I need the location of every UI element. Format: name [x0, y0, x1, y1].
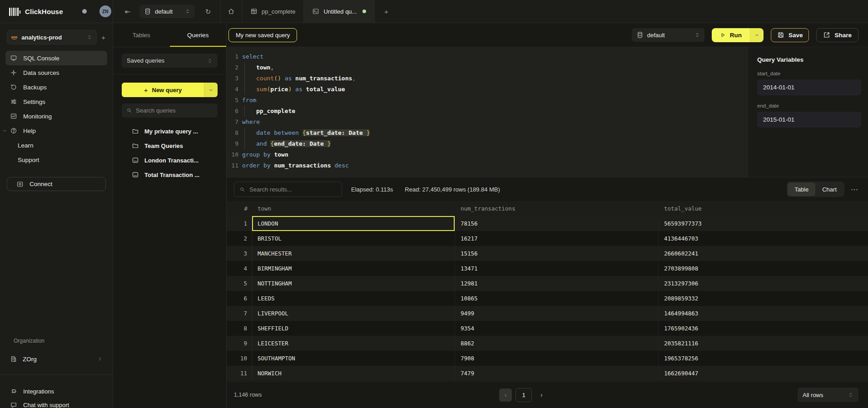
run-options-caret[interactable] [750, 28, 764, 42]
saved-query-item[interactable]: My private query ... [113, 124, 226, 138]
cell-num_transactions[interactable]: 7479 [455, 366, 659, 381]
cell-num_transactions[interactable]: 12981 [455, 276, 659, 291]
tab-pp-complete[interactable]: pp_complete [242, 0, 304, 23]
sidebar-footer: IntegrationsChat with supportAll systems… [5, 384, 107, 408]
cell-total_value[interactable]: 4136446703 [659, 231, 868, 246]
cell-town[interactable]: BIRMINGHAM [252, 261, 455, 276]
cell-num_transactions[interactable]: 8862 [455, 336, 659, 351]
home-icon[interactable] [221, 0, 242, 23]
monitor-icon [10, 54, 17, 62]
cell-total_value[interactable]: 56593977373 [659, 216, 868, 231]
cell-total_value[interactable]: 2703899808 [659, 261, 868, 276]
sidebar-item-monitoring[interactable]: Monitoring [5, 109, 107, 123]
line-number: 7 [227, 117, 242, 128]
sidebar: aws analytics-prod + SQL ConsoleData sou… [0, 23, 113, 408]
column-header-index[interactable]: # [227, 201, 252, 216]
cell-num_transactions[interactable]: 78156 [455, 216, 659, 231]
cell-town[interactable]: SOUTHAMPTON [252, 351, 455, 366]
new-query-button[interactable]: + New query [122, 83, 218, 97]
cell-total_value[interactable]: 2313297306 [659, 276, 868, 291]
prev-page-icon[interactable]: ‹ [499, 388, 512, 402]
start-date-input[interactable] [757, 79, 861, 95]
cell-total_value[interactable]: 1765902436 [659, 321, 868, 336]
cell-town[interactable]: LIVERPOOL [252, 306, 455, 321]
cell-num_transactions[interactable]: 15156 [455, 246, 659, 261]
saved-query-tab[interactable]: My new saved query [228, 28, 297, 42]
cell-town[interactable]: LONDON [252, 216, 455, 231]
sidebar-item-settings[interactable]: Settings [5, 94, 107, 109]
cell-num_transactions[interactable]: 10865 [455, 291, 659, 306]
cell-total_value[interactable]: 1965378256 [659, 351, 868, 366]
search-queries-input[interactable]: Search queries [122, 103, 218, 118]
database-selector[interactable]: default [139, 5, 195, 18]
cell-num_transactions[interactable]: 16217 [455, 231, 659, 246]
column-header-town[interactable]: town [252, 201, 455, 216]
cell-town[interactable]: LEEDS [252, 291, 455, 306]
run-label: Run [730, 32, 742, 39]
add-service-plus-icon[interactable]: + [101, 34, 105, 41]
cell-num_transactions[interactable]: 9499 [455, 306, 659, 321]
end-date-label: end_date [757, 103, 861, 108]
cell-town[interactable]: NOTTINGHAM [252, 276, 455, 291]
cell-num_transactions[interactable]: 9354 [455, 321, 659, 336]
page-number-input[interactable]: 1 [516, 388, 532, 402]
more-options-icon[interactable]: ⋯ [851, 185, 858, 194]
new-tab-plus-icon[interactable]: + [375, 0, 397, 23]
page-size-selector[interactable]: All rows [798, 388, 858, 402]
organization-item[interactable]: ZOrg [5, 352, 107, 366]
cell-town[interactable]: MANCHESTER [252, 246, 455, 261]
share-button[interactable]: Share [816, 28, 858, 42]
divider [0, 374, 113, 375]
end-date-input[interactable] [757, 112, 861, 128]
connect-button[interactable]: Connect [7, 177, 106, 191]
cell-total_value[interactable]: 2089859332 [659, 291, 868, 306]
sidebar-item-sql-console[interactable]: SQL Console [5, 51, 107, 65]
sidebar-item-learn[interactable]: Learn [5, 138, 107, 152]
row-number: 2 [227, 231, 252, 246]
sidebar-footer-integrations[interactable]: Integrations [5, 384, 107, 398]
user-avatar[interactable]: ZN [99, 5, 111, 17]
view-table-button[interactable]: Table [788, 182, 815, 196]
saved-query-item[interactable]: London Transacti... [113, 153, 226, 167]
organization-label: Organization [14, 338, 45, 344]
cell-total_value[interactable]: 1464994863 [659, 306, 868, 321]
building-icon [10, 355, 17, 363]
refresh-icon[interactable]: ↻ [202, 5, 214, 17]
cell-num_transactions[interactable]: 7908 [455, 351, 659, 366]
save-button[interactable]: Save [771, 28, 809, 42]
saved-query-item[interactable]: Team Queries [113, 138, 226, 153]
sidebar-item-help[interactable]: Help [5, 123, 107, 138]
cell-town[interactable]: BRISTOL [252, 231, 455, 246]
column-header-num_transactions[interactable]: num_transactions [455, 201, 659, 216]
column-header-total_value[interactable]: total_value [659, 201, 868, 216]
next-page-icon[interactable]: › [536, 388, 547, 402]
cell-town[interactable]: NORWICH [252, 366, 455, 381]
row-number: 9 [227, 336, 252, 351]
workspace-selector[interactable]: aws analytics-prod [7, 30, 97, 44]
sql-editor[interactable]: 1select2town,3count() as num_transaction… [227, 47, 748, 177]
cell-total_value[interactable]: 2660602241 [659, 246, 868, 261]
sidebar-item-support[interactable]: Support [5, 152, 107, 167]
sidebar-item-data-sources[interactable]: Data sources [5, 65, 107, 80]
run-database-selector[interactable]: default [632, 28, 704, 42]
code-line: 5from [227, 95, 748, 106]
query-header: My new saved query default Run [227, 23, 868, 47]
tab-untitled-query[interactable]: Untitled qu... [304, 0, 375, 23]
collapse-back-icon[interactable]: ⇤ [122, 6, 133, 17]
tab-queries[interactable]: Queries [170, 23, 227, 47]
sidebar-item-backups[interactable]: Backups [5, 80, 107, 94]
search-results-input[interactable]: Search results... [234, 182, 342, 197]
cell-town[interactable]: SHEFFIELD [252, 321, 455, 336]
cell-town[interactable]: LEICESTER [252, 336, 455, 351]
run-button[interactable]: Run [712, 28, 764, 42]
saved-query-item[interactable]: Total Transaction ... [113, 167, 226, 182]
sidebar-footer-chat-with-support[interactable]: Chat with support [5, 398, 107, 408]
new-query-caret[interactable] [204, 83, 218, 97]
cell-num_transactions[interactable]: 13471 [455, 261, 659, 276]
tab-tables[interactable]: Tables [113, 23, 170, 47]
cell-total_value[interactable]: 2035821116 [659, 336, 868, 351]
cell-total_value[interactable]: 1662690447 [659, 366, 868, 381]
view-chart-button[interactable]: Chart [815, 182, 843, 196]
saved-queries-filter[interactable]: Saved queries [122, 54, 218, 68]
sidebar-item-label: Learn [18, 142, 34, 149]
